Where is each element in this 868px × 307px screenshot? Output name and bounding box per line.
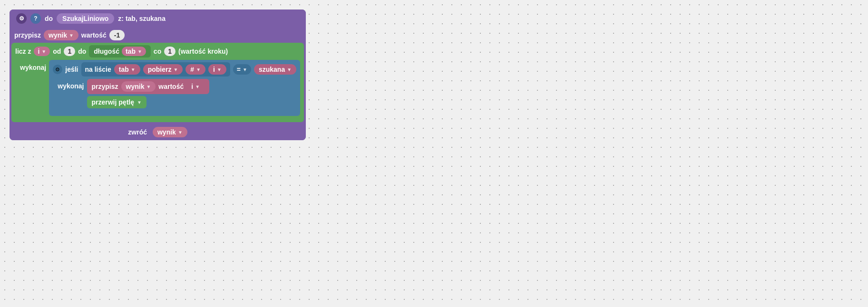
cond-get-label[interactable]: pobierz ▼ <box>143 64 183 75</box>
value-label-1: wartość <box>81 31 107 39</box>
if-block: ⚙ jeśli na liście tab ▼ pobierz <box>49 60 300 116</box>
exec-label-2: wykonaj <box>58 79 84 90</box>
condition-block: na liście tab ▼ pobierz ▼ # ▼ <box>81 62 230 77</box>
cond-hash[interactable]: # ▼ <box>185 64 205 75</box>
if-bottom-spacer <box>53 111 296 114</box>
function-name[interactable]: SzukajLiniowo <box>57 13 114 24</box>
if-gear-icon[interactable]: ⚙ <box>53 65 62 74</box>
help-icon[interactable]: ? <box>30 13 41 24</box>
loop-header: licz z i ▼ od 1 do długość tab ▼ co <box>15 45 300 58</box>
list-label: na liście <box>85 66 111 73</box>
loop-from-label: od <box>53 48 61 55</box>
function-block: ⚙ ? do SzukajLiniowo z: tab, szukana prz… <box>10 10 306 140</box>
eq-operator[interactable]: = ▼ <box>233 64 251 75</box>
loop-var-i[interactable]: i ▼ <box>34 47 50 56</box>
blocks-workspace: ⚙ ? do SzukajLiniowo z: tab, szukana prz… <box>10 10 306 140</box>
break-block[interactable]: przerwij pętlę ▼ <box>87 96 146 108</box>
inner-wynik-var[interactable]: wynik ▼ <box>121 81 156 92</box>
exec-label-1: wykonaj <box>20 60 46 71</box>
return-label: zwróć <box>128 128 147 136</box>
loop-step-label: (wartość kroku) <box>178 48 228 55</box>
wynik-var-1[interactable]: wynik ▼ <box>44 30 78 40</box>
cond-tab-var[interactable]: tab ▼ <box>114 64 140 75</box>
if-header: ⚙ jeśli na liście tab ▼ pobierz <box>53 62 296 77</box>
loop-label: licz z <box>15 48 31 55</box>
inner-value-label: wartość <box>158 83 184 90</box>
settings-icon[interactable]: ⚙ <box>16 13 27 24</box>
loop-length-block[interactable]: długość tab ▼ <box>89 45 151 58</box>
return-row: zwróć wynik ▼ <box>10 124 306 140</box>
function-header: ⚙ ? do SzukajLiniowo z: tab, szukana <box>10 10 306 28</box>
if-body: wykonaj przypisz wynik ▼ <box>53 79 296 108</box>
value-minus1[interactable]: -1 <box>109 30 125 40</box>
assign-label-1: przypisz <box>14 31 41 39</box>
loop-body: wykonaj ⚙ jeśli na liście tab <box>15 58 300 118</box>
if-actions: przypisz wynik ▼ wartość i ▼ <box>87 79 210 108</box>
params-label: z: tab, szukana <box>118 15 166 22</box>
inner-assign-row: przypisz wynik ▼ wartość i ▼ <box>87 79 210 94</box>
do-label: do <box>45 15 53 22</box>
inner-i-var[interactable]: i ▼ <box>186 81 205 92</box>
loop-tab-var[interactable]: tab ▼ <box>122 47 146 56</box>
loop-bottom-spacer <box>15 118 300 121</box>
assign-row-1: przypisz wynik ▼ wartość -1 <box>10 28 306 43</box>
cond-i-var[interactable]: i ▼ <box>208 64 226 75</box>
loop-from-value[interactable]: 1 <box>64 47 75 56</box>
return-wynik-var[interactable]: wynik ▼ <box>153 127 187 137</box>
inner-assign-block[interactable]: przypisz wynik ▼ wartość i ▼ <box>87 79 210 94</box>
cond-szukana-var[interactable]: szukana ▼ <box>254 64 296 75</box>
loop-co-label: co <box>154 48 161 55</box>
if-label: jeśli <box>65 66 78 73</box>
loop-co-value[interactable]: 1 <box>164 47 176 56</box>
loop-block: licz z i ▼ od 1 do długość tab ▼ co <box>11 43 304 122</box>
loop-to-label: do <box>78 48 86 55</box>
